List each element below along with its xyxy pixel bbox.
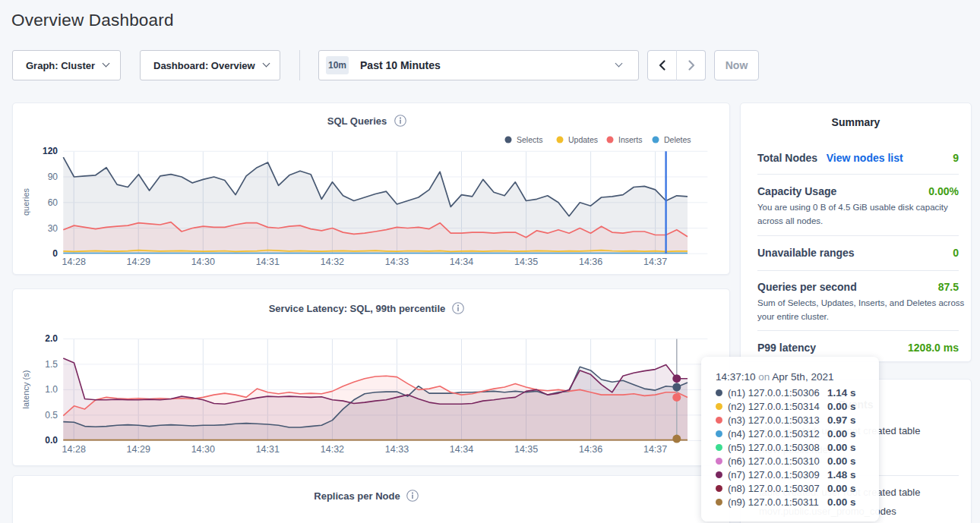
svg-text:14:34: 14:34 [450, 257, 473, 267]
svg-text:14:33: 14:33 [385, 444, 409, 455]
svg-text:90: 90 [48, 172, 58, 182]
svg-text:14:32: 14:32 [321, 257, 344, 267]
svg-text:14:28: 14:28 [62, 257, 86, 267]
svg-text:14:29: 14:29 [127, 444, 150, 455]
svg-text:14:37: 14:37 [643, 257, 667, 267]
svg-text:latency (s): latency (s) [21, 370, 30, 409]
svg-text:14:29: 14:29 [127, 257, 150, 267]
svg-text:0: 0 [52, 248, 58, 259]
svg-text:0.5: 0.5 [45, 410, 58, 421]
svg-text:queries: queries [21, 187, 30, 216]
svg-text:14:35: 14:35 [514, 444, 538, 455]
svg-text:14:30: 14:30 [191, 444, 215, 455]
svg-text:14:30: 14:30 [191, 257, 215, 267]
svg-text:14:28: 14:28 [62, 444, 86, 455]
svg-text:0.0: 0.0 [45, 435, 58, 446]
svg-text:60: 60 [48, 197, 58, 208]
svg-text:14:33: 14:33 [385, 257, 409, 267]
svg-text:Inserts: Inserts [618, 135, 643, 144]
svg-text:Selects: Selects [517, 135, 542, 144]
svg-text:14:36: 14:36 [579, 444, 602, 455]
svg-text:Replicas per Node: Replicas per Node [314, 490, 400, 502]
svg-text:14:31: 14:31 [256, 257, 280, 267]
svg-text:120: 120 [43, 146, 58, 156]
svg-text:14:31: 14:31 [256, 444, 280, 455]
svg-text:Deletes: Deletes [664, 135, 691, 144]
svg-text:Service Latency: SQL, 99th per: Service Latency: SQL, 99th percentile [269, 303, 446, 314]
svg-text:14:34: 14:34 [450, 444, 473, 455]
svg-text:14:35: 14:35 [514, 257, 538, 267]
svg-text:1.5: 1.5 [45, 359, 58, 370]
svg-text:14:36: 14:36 [579, 257, 602, 267]
svg-text:SQL Queries: SQL Queries [327, 115, 387, 127]
svg-text:2.0: 2.0 [45, 333, 58, 344]
svg-text:Updates: Updates [568, 135, 598, 144]
svg-text:14:37: 14:37 [643, 444, 667, 455]
svg-text:1.0: 1.0 [45, 384, 58, 395]
svg-text:14:32: 14:32 [321, 444, 344, 455]
svg-text:30: 30 [48, 223, 58, 234]
